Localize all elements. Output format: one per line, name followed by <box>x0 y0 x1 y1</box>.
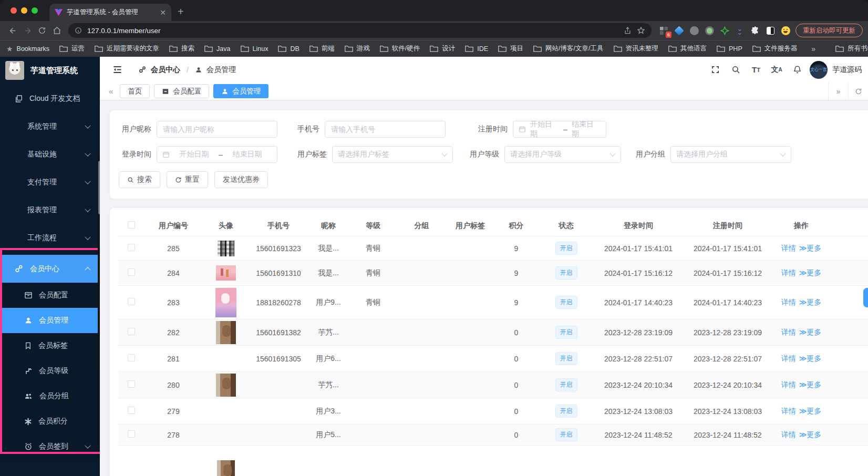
bookmark-star-icon[interactable] <box>637 26 645 35</box>
more-link[interactable]: ≫更多 <box>799 328 822 336</box>
more-link[interactable]: ≫更多 <box>799 430 822 439</box>
translate-icon[interactable]: 文A <box>769 62 784 78</box>
sidebar-item-workflow[interactable]: 工作流程 <box>0 227 100 249</box>
forward-icon[interactable] <box>20 23 35 38</box>
bookmark-folder[interactable]: 网站/博客/文章/工具 <box>533 44 603 53</box>
more-link[interactable]: ≫更多 <box>799 244 822 252</box>
row-checkbox[interactable] <box>128 354 135 361</box>
nickname-input[interactable] <box>157 121 277 138</box>
bookmark-folder[interactable]: PHP <box>717 45 742 53</box>
sidebar-scrollbar-thumb[interactable] <box>98 161 100 214</box>
address-bar[interactable]: 127.0.0.1/member/user <box>68 23 652 38</box>
breadcrumb-member-center[interactable]: 会员中心 <box>151 65 180 75</box>
user-name[interactable]: 芋道源码 <box>832 65 862 75</box>
tab-close-icon[interactable]: ✕ <box>160 8 166 17</box>
bookmark-folder[interactable]: 运营 <box>59 44 85 53</box>
sidebar-item-cloud-docs[interactable]: Cloud 开发文档 <box>0 88 100 109</box>
side-drawer-handle[interactable] <box>863 288 868 307</box>
sidebar-item-member-level[interactable]: 会员等级 <box>0 358 100 384</box>
zoom-window-button[interactable] <box>32 7 38 14</box>
detail-link[interactable]: 详情 <box>781 268 796 277</box>
ext-gray-icon[interactable] <box>689 26 699 35</box>
tag-tab-member-config[interactable]: 会员配置 <box>154 84 209 98</box>
refresh-page-icon[interactable] <box>848 82 868 100</box>
bookmarks-manager[interactable]: ★ Bookmarks <box>6 45 49 53</box>
ext-layers-icon[interactable]: ⌄⌄ <box>735 26 745 35</box>
ext-emoji-icon[interactable] <box>781 26 790 35</box>
home-icon[interactable] <box>49 23 64 38</box>
sidebar-item-member-tag[interactable]: 会员标签 <box>0 333 100 358</box>
detail-link[interactable]: 详情 <box>781 298 796 306</box>
font-size-icon[interactable]: TT <box>748 62 764 78</box>
search-icon[interactable] <box>728 62 743 78</box>
more-link[interactable]: ≫更多 <box>799 407 822 415</box>
bookmark-folder[interactable]: 近期需要读的文章 <box>95 44 159 53</box>
bookmark-folder[interactable]: Java <box>204 45 230 53</box>
search-button[interactable]: 搜索 <box>119 171 160 188</box>
tag-tab-home[interactable]: 首页 <box>120 84 150 98</box>
bookmark-folder[interactable]: 资讯未整理 <box>614 44 659 53</box>
minimize-window-button[interactable] <box>21 7 27 14</box>
bookmark-folder[interactable]: Linux <box>241 45 268 53</box>
ext-square-icon[interactable] <box>766 26 775 35</box>
select-all-checkbox[interactable] <box>128 221 135 229</box>
bookmark-folder[interactable]: 项目 <box>498 44 523 53</box>
row-checkbox[interactable] <box>128 244 135 251</box>
row-checkbox[interactable] <box>128 298 135 305</box>
user-tag-select[interactable]: 请选择用户标签 <box>332 146 453 163</box>
row-checkbox[interactable] <box>128 407 135 414</box>
site-info-icon[interactable] <box>75 27 82 34</box>
row-checkbox[interactable] <box>128 268 135 276</box>
bookmark-folder[interactable]: 软件/硬件 <box>380 44 420 53</box>
all-bookmarks-folder[interactable]: 所有书签 <box>835 44 868 53</box>
bookmark-folder[interactable]: IDE <box>465 45 488 53</box>
tags-scroll-right-icon[interactable]: » <box>828 82 848 100</box>
sidebar-item-member-manage[interactable]: 会员管理 <box>0 308 100 333</box>
row-checkbox[interactable] <box>128 380 135 388</box>
bookmark-folder[interactable]: 设计 <box>430 44 455 53</box>
ext-blocks-icon[interactable]: 6 <box>659 26 668 35</box>
tags-scroll-left-icon[interactable]: « <box>104 87 118 96</box>
more-link[interactable]: ≫更多 <box>799 298 822 306</box>
more-link[interactable]: ≫更多 <box>799 380 822 389</box>
bookmark-folder[interactable]: 文件服务器 <box>752 44 798 53</box>
detail-link[interactable]: 详情 <box>781 354 796 363</box>
detail-link[interactable]: 详情 <box>781 430 796 439</box>
bookmarks-overflow-icon[interactable]: » <box>811 45 815 53</box>
sidebar-item-member-points[interactable]: 会员积分 <box>0 409 100 434</box>
detail-link[interactable]: 详情 <box>781 328 796 336</box>
more-link[interactable]: ≫更多 <box>799 354 822 363</box>
sidebar-item-pay[interactable]: 支付管理 <box>0 172 100 193</box>
bookmark-folder[interactable]: 游戏 <box>345 44 370 53</box>
sidebar-item-infra[interactable]: 基础设施 <box>0 144 100 165</box>
browser-update-button[interactable]: 重新启动即可更新 <box>795 24 863 37</box>
row-checkbox[interactable] <box>128 430 135 438</box>
sidebar-item-member-signin[interactable]: 会员签到 <box>0 434 100 459</box>
detail-link[interactable]: 详情 <box>781 407 796 415</box>
share-icon[interactable] <box>624 27 632 35</box>
ext-kite-icon[interactable] <box>674 26 684 35</box>
fullscreen-icon[interactable] <box>707 62 723 78</box>
login-date-range[interactable]: 开始日期 – 结束日期 <box>157 146 277 163</box>
sidebar-item-member-group[interactable]: 会员分组 <box>0 384 100 409</box>
ext-green-icon[interactable] <box>705 26 714 35</box>
bookmark-folder[interactable]: 其他语言 <box>668 44 707 53</box>
reset-button[interactable]: 重置 <box>167 171 208 188</box>
register-date-range[interactable]: 开始日期 – 结束日期 <box>513 121 606 138</box>
close-window-button[interactable] <box>11 7 17 14</box>
reload-icon[interactable] <box>35 23 49 38</box>
user-avatar-image[interactable]: 文心一言 <box>810 61 828 79</box>
sidebar-item-report[interactable]: 报表管理 <box>0 200 100 221</box>
user-group-select[interactable]: 请选择用户分组 <box>670 146 791 163</box>
bookmark-folder[interactable]: 前端 <box>309 44 335 53</box>
breadcrumb-member-manage[interactable]: 会员管理 <box>206 65 236 75</box>
sidebar-item-member-center[interactable]: 会员中心 <box>0 255 100 283</box>
new-tab-button[interactable]: + <box>178 6 184 17</box>
collapse-menu-icon[interactable] <box>109 62 125 78</box>
more-link[interactable]: ≫更多 <box>799 268 822 277</box>
browser-tab[interactable]: 芋道管理系统 - 会员管理 ✕ <box>49 4 171 21</box>
notification-bell-icon[interactable] <box>789 62 805 78</box>
app-logo[interactable]: 芋道管理系统 <box>0 57 100 84</box>
mobile-input[interactable] <box>325 121 446 138</box>
tag-tab-member-manage[interactable]: 会员管理 <box>213 84 268 98</box>
